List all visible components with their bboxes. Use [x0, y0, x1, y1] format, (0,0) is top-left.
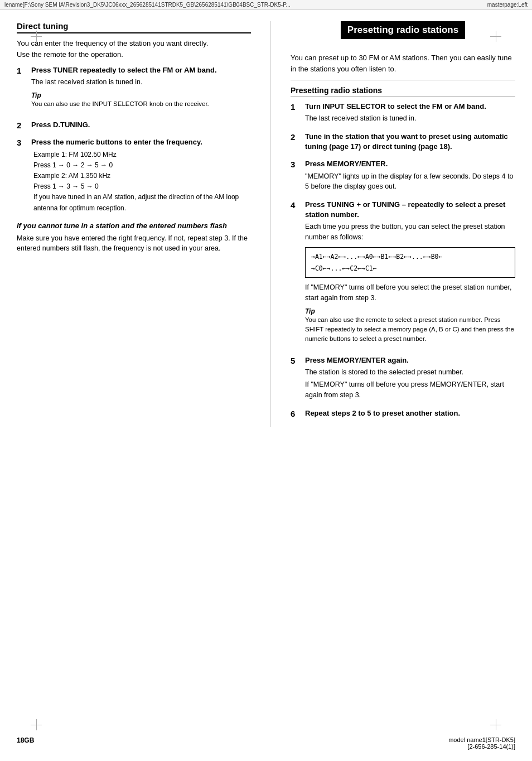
- preset-step-3-content: Press MEMORY/ENTER. "MEMORY" lights up i…: [305, 159, 515, 194]
- column-divider: [270, 21, 271, 427]
- direct-tuning-title: Direct tuning: [17, 21, 251, 33]
- preset-step-1-content: Turn INPUT SELECTOR to select the FM or …: [305, 102, 515, 126]
- step-number-2: 2: [17, 120, 27, 131]
- preset-step-4-content: Press TUNING + or TUNING – repeatedly to…: [305, 200, 515, 350]
- presetting-steps: 1 Turn INPUT SELECTOR to select the FM o…: [291, 102, 515, 420]
- header-masterpage: masterpage:Left: [487, 2, 528, 8]
- preset-step-number-4: 4: [291, 200, 301, 211]
- preset-step-5-body: The station is stored to the selected pr…: [305, 367, 515, 378]
- preset-step-4-heading: Press TUNING + or TUNING – repeatedly to…: [305, 200, 515, 220]
- preset-step-number-6: 6: [291, 408, 301, 420]
- preset-step-6-content: Repeat steps 2 to 5 to preset another st…: [305, 408, 515, 420]
- preset-step-number-1: 1: [291, 102, 301, 113]
- tuning-diagram: →A1←→A2←→...←→A0←→B1←→B2←→...←→B0← →C0←→…: [305, 247, 515, 278]
- step-1-body: The last received station is tuned in.: [31, 77, 251, 88]
- if-cannot-body: Make sure you have entered the right fre…: [17, 233, 251, 254]
- preset-step-1-body: The last received station is tuned in.: [305, 113, 515, 124]
- step-3-content: Press the numeric buttons to enter the f…: [31, 137, 251, 213]
- preset-step-4-body: Each time you press the button, you can …: [305, 221, 515, 243]
- page-content: Direct tuning You can enter the frequenc…: [0, 10, 532, 460]
- step-1-tip: Tip You can also use the INPUT SELECTOR …: [31, 91, 251, 109]
- preset-step-4: 4 Press TUNING + or TUNING – repeatedly …: [291, 200, 515, 350]
- direct-tuning-intro: You can enter the frequency of the stati…: [17, 38, 251, 60]
- model-line2: [2-656-285-14(1)]: [448, 743, 515, 750]
- preset-step-number-5: 5: [291, 355, 301, 367]
- page-number: 18GB: [17, 736, 34, 750]
- step-number-1: 1: [17, 65, 27, 76]
- preset-step-number-2: 2: [291, 132, 301, 143]
- step-3-heading: Press the numeric buttons to enter the f…: [31, 137, 251, 147]
- left-column: Direct tuning You can enter the frequenc…: [17, 21, 251, 427]
- crosshair-top-right: [490, 31, 501, 42]
- step-1-heading: Press TUNER repeatedly to select the FM …: [31, 65, 251, 75]
- tip-label-1: Tip: [31, 91, 41, 99]
- footer: 18GB model name1[STR-DK5] [2-656-285-14(…: [0, 736, 532, 750]
- presetting-subsection-title: Presetting radio stations: [291, 86, 515, 97]
- right-column: Presetting radio stations You can preset…: [291, 21, 515, 427]
- step-3: 3 Press the numeric buttons to enter the…: [17, 137, 251, 213]
- preset-step-3-heading: Press MEMORY/ENTER.: [305, 159, 515, 169]
- step-1: 1 Press TUNER repeatedly to select the F…: [17, 65, 251, 114]
- preset-step-2-heading: Tune in the station that you want to pre…: [305, 132, 515, 152]
- step-number-3: 3: [17, 137, 27, 148]
- crosshair-bottom-right: [490, 719, 501, 730]
- preset-step-3-body: "MEMORY" lights up in the display for a …: [305, 171, 515, 192]
- presetting-main-title: Presetting radio stations: [341, 21, 465, 39]
- preset-step-5-content: Press MEMORY/ENTER again. The station is…: [305, 355, 515, 403]
- step-2-heading: Press D.TUNING.: [31, 120, 251, 130]
- model-line1: model name1[STR-DK5]: [448, 736, 515, 743]
- step-2-content: Press D.TUNING.: [31, 120, 251, 132]
- diagram-line1: →A1←→A2←→...←→A0←→B1←→B2←→...←→B0←: [311, 251, 509, 263]
- preset-step-5-extra: If "MEMORY" turns off before you press M…: [305, 379, 515, 401]
- preset-step-4-tip: Tip You can also use the remote to selec…: [305, 307, 515, 344]
- tip-text-4: You can also use the remote to select a …: [305, 316, 514, 343]
- preset-step-number-3: 3: [291, 159, 301, 170]
- preset-step-1: 1 Turn INPUT SELECTOR to select the FM o…: [291, 102, 515, 126]
- step-1-content: Press TUNER repeatedly to select the FM …: [31, 65, 251, 114]
- tip-text-1: You can also use the INPUT SELECTOR knob…: [31, 100, 209, 107]
- preset-step-1-heading: Turn INPUT SELECTOR to select the FM or …: [305, 102, 515, 112]
- model-info: model name1[STR-DK5] [2-656-285-14(1)]: [448, 736, 515, 750]
- tip-label-4: Tip: [305, 307, 315, 315]
- step-2: 2 Press D.TUNING.: [17, 120, 251, 132]
- preset-step-6: 6 Repeat steps 2 to 5 to preset another …: [291, 408, 515, 420]
- section-divider: [291, 80, 515, 80]
- preset-step-3: 3 Press MEMORY/ENTER. "MEMORY" lights up…: [291, 159, 515, 194]
- crosshair-top-left: [31, 31, 42, 42]
- crosshair-bottom-left: [31, 719, 42, 730]
- preset-step-5: 5 Press MEMORY/ENTER again. The station …: [291, 355, 515, 403]
- presetting-intro: You can preset up to 30 FM or AM station…: [291, 52, 515, 74]
- header-bar: lename[F:\Sony SEM IA\Revision3_DK5\JC06…: [0, 0, 532, 10]
- diagram-line2: →C0←→...←→C2←→C1←: [311, 263, 509, 274]
- preset-step-4-after-diagram: If "MEMORY" turns off before you select …: [305, 282, 515, 304]
- step-3-examples: Example 1: FM 102.50 MHz Press 1 → 0 → 2…: [33, 150, 251, 214]
- preset-step-6-heading: Repeat steps 2 to 5 to preset another st…: [305, 408, 515, 418]
- header-filename: lename[F:\Sony SEM IA\Revision3_DK5\JC06…: [4, 2, 291, 8]
- if-cannot-title: If you cannot tune in a station and the …: [17, 221, 251, 230]
- direct-tuning-steps: 1 Press TUNER repeatedly to select the F…: [17, 65, 251, 214]
- preset-step-2: 2 Tune in the station that you want to p…: [291, 132, 515, 153]
- preset-step-5-heading: Press MEMORY/ENTER again.: [305, 355, 515, 365]
- preset-step-2-content: Tune in the station that you want to pre…: [305, 132, 515, 153]
